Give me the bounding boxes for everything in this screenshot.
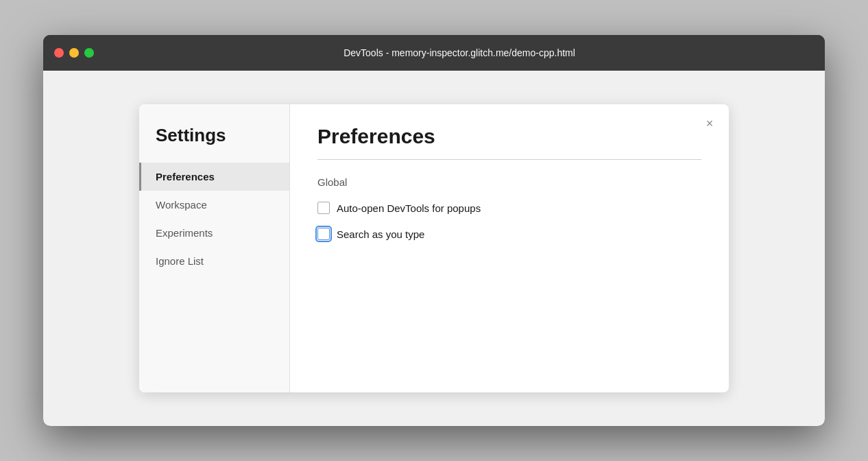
auto-open-checkbox-item: Auto-open DevTools for popups bbox=[317, 202, 701, 214]
maximize-traffic-light[interactable] bbox=[84, 48, 94, 58]
titlebar: DevTools - memory-inspector.glitch.me/de… bbox=[43, 35, 825, 71]
sidebar-item-ignore-list[interactable]: Ignore List bbox=[139, 247, 289, 275]
traffic-lights bbox=[54, 48, 94, 58]
auto-open-checkbox[interactable] bbox=[317, 202, 330, 214]
sidebar-item-workspace[interactable]: Workspace bbox=[139, 191, 289, 219]
sidebar-item-experiments[interactable]: Experiments bbox=[139, 219, 289, 247]
browser-content: Settings Preferences Workspace Experimen… bbox=[43, 71, 825, 426]
browser-window: DevTools - memory-inspector.glitch.me/de… bbox=[43, 35, 825, 426]
sidebar: Settings Preferences Workspace Experimen… bbox=[139, 104, 290, 392]
main-content: × Preferences Global Auto-open DevTools … bbox=[290, 104, 729, 392]
auto-open-label: Auto-open DevTools for popups bbox=[337, 202, 481, 214]
sidebar-item-preferences[interactable]: Preferences bbox=[139, 163, 289, 191]
close-traffic-light[interactable] bbox=[54, 48, 64, 58]
search-as-you-type-label: Search as you type bbox=[337, 228, 424, 240]
close-button[interactable]: × bbox=[701, 115, 718, 132]
settings-dialog: Settings Preferences Workspace Experimen… bbox=[139, 104, 729, 392]
global-subtitle: Global bbox=[317, 176, 701, 188]
search-as-you-type-checkbox-item: Search as you type bbox=[317, 228, 701, 240]
sidebar-title: Settings bbox=[139, 125, 289, 163]
section-title: Preferences bbox=[317, 125, 701, 148]
section-divider bbox=[317, 159, 701, 160]
search-as-you-type-checkbox[interactable] bbox=[317, 228, 330, 240]
sidebar-nav: Preferences Workspace Experiments Ignore… bbox=[139, 163, 289, 275]
minimize-traffic-light[interactable] bbox=[69, 48, 79, 58]
titlebar-title: DevTools - memory-inspector.glitch.me/de… bbox=[105, 47, 814, 58]
